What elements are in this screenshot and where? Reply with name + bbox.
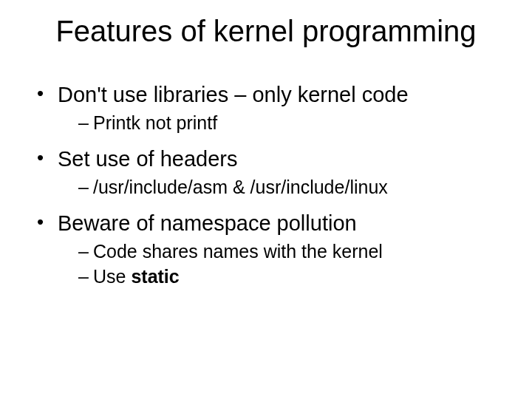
sub-bullet-text: Use: [93, 266, 131, 287]
sub-bullet-item: /usr/include/asm & /usr/include/linux: [78, 175, 510, 200]
sub-bullet-list: Code shares names with the kernel Use st…: [58, 239, 510, 289]
bullet-list: Don't use libraries – only kernel code P…: [22, 81, 510, 289]
sub-bullet-item: Use static: [78, 265, 510, 289]
sub-bullet-text: Printk not printf: [93, 112, 217, 133]
bullet-text: Beware of namespace pollution: [58, 211, 357, 235]
bullet-item: Beware of namespace pollution Code share…: [37, 210, 510, 289]
slide-title: Features of kernel programming: [22, 15, 510, 48]
sub-bullet-item: Printk not printf: [78, 111, 510, 135]
bullet-item: Set use of headers /usr/include/asm & /u…: [37, 146, 510, 200]
sub-bullet-text-bold: static: [131, 266, 179, 287]
sub-bullet-list: Printk not printf: [58, 111, 510, 135]
sub-bullet-list: /usr/include/asm & /usr/include/linux: [58, 175, 510, 200]
bullet-item: Don't use libraries – only kernel code P…: [37, 81, 510, 135]
sub-bullet-item: Code shares names with the kernel: [78, 239, 510, 264]
sub-bullet-text: /usr/include/asm & /usr/include/linux: [93, 177, 388, 197]
bullet-text: Set use of headers: [58, 147, 237, 171]
slide: Features of kernel programming Don't use…: [0, 0, 532, 399]
bullet-text: Don't use libraries – only kernel code: [58, 83, 409, 106]
sub-bullet-text: Code shares names with the kernel: [93, 241, 383, 262]
